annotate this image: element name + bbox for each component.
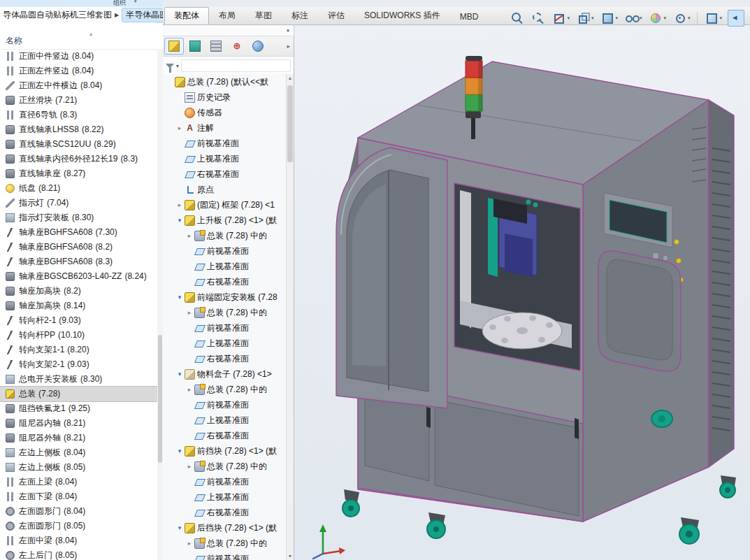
tree-item[interactable]: 上视基准面 (163, 151, 286, 166)
tree-item[interactable]: 右视基准面 (163, 166, 286, 182)
expand-arrow-icon[interactable]: ▸ (185, 309, 194, 316)
file-item[interactable]: 阻尼器内轴(8.21) (0, 416, 157, 431)
file-item[interactable]: 左边上侧板(8.04) (0, 445, 157, 460)
file-item[interactable]: 轴座加高块(8.14) (0, 299, 157, 313)
tree-item[interactable]: ▾前挡块 (7.28) <1> (默 (163, 443, 286, 459)
file-item[interactable]: 左面下梁(8.04) (0, 489, 157, 504)
tab-SOLIDWORKS 插件[interactable]: SOLIDWORKS 插件 (354, 7, 450, 24)
section-view-button[interactable]: ▾ (551, 10, 571, 27)
expand-arrow-icon[interactable]: ▸ (185, 463, 194, 470)
file-item[interactable]: 纸盘(8.21) (0, 181, 157, 196)
file-item[interactable]: 直线轴承SCS12UU(8.29) (0, 137, 157, 152)
tree-scrollbar-thumb[interactable] (287, 85, 293, 162)
file-item[interactable]: 转向支架1-1(8.20) (0, 343, 157, 357)
organize-caret-icon[interactable]: ▾ (134, 0, 137, 4)
dropdown-caret-icon[interactable]: ▾ (719, 15, 722, 21)
file-item[interactable]: 直径6导轨(8.3) (0, 108, 157, 122)
file-item[interactable]: 指示灯(7.04) (0, 196, 157, 210)
expand-arrow-icon[interactable]: ▸ (185, 232, 194, 239)
file-item[interactable]: 左面圆形门(8.04) (0, 504, 157, 519)
breadcrumb-parent[interactable]: 导体晶圆自动贴标机三维套图 (3, 9, 112, 21)
zoom-to-area-button[interactable] (530, 10, 547, 27)
tabs-overflow-icon[interactable]: ▸ (287, 43, 292, 50)
tree-item[interactable]: 历史记录 (163, 89, 286, 105)
file-item[interactable]: 轴承座BGHFSA608(8.3) (0, 254, 157, 269)
tree-item[interactable]: 前视基准面 (163, 320, 286, 336)
dropdown-caret-icon[interactable]: ▾ (640, 15, 642, 21)
dropdown-caret-icon[interactable]: ▾ (591, 15, 594, 21)
breadcrumb-arrow-icon[interactable]: ▶ (115, 12, 119, 18)
organize-menu[interactable]: 组织 (113, 0, 126, 7)
tree-item[interactable]: 前视基准面 (163, 397, 286, 412)
zoom-to-fit-button[interactable] (509, 10, 526, 27)
featuremanager-toggle-button[interactable] (728, 10, 744, 27)
view-settings-button[interactable]: ▾ (672, 10, 692, 27)
tree-item[interactable]: ▸总装 (7.28) 中的 (163, 228, 286, 243)
tree-item[interactable]: ▸(固定) 框架 (7.28) <1 (163, 197, 286, 213)
file-item[interactable]: 直线轴承LHSS8(8.22) (0, 122, 157, 137)
tab-标注[interactable]: 标注 (282, 7, 318, 24)
expand-arrow-icon[interactable]: ▸ (175, 124, 184, 131)
file-item[interactable]: 轴承座BGHFSA608(8.2) (0, 240, 157, 254)
tree-item[interactable]: ▸总装 (7.28) 中的 (163, 536, 286, 551)
tree-item[interactable]: 右视基准面 (163, 505, 286, 520)
dropdown-caret-icon[interactable]: ▾ (615, 15, 618, 21)
tab-MBD[interactable]: MBD (450, 9, 489, 24)
sort-arrow-icon[interactable]: ▴ (89, 31, 92, 37)
propertymanager-tab[interactable] (185, 38, 205, 55)
tree-item[interactable]: ▸总装 (7.28) 中的 (163, 382, 286, 397)
tree-item[interactable]: ▾上升板 (7.28) <1> (默 (163, 213, 286, 228)
expand-arrow-icon[interactable]: ▾ (175, 447, 184, 454)
expand-arrow-icon[interactable]: ▾ (175, 217, 184, 224)
expand-arrow-icon[interactable]: ▾ (175, 524, 184, 531)
display-style-button[interactable]: ▾ (599, 10, 619, 27)
displaymanager-tab[interactable] (248, 38, 268, 55)
tree-item[interactable]: 前视基准面 (163, 474, 286, 489)
file-item[interactable]: 正面左件竖边(8.04) (0, 64, 157, 78)
expand-arrow-icon[interactable]: ▸ (175, 201, 184, 208)
file-item[interactable]: 正丝滑块(7.21) (0, 93, 157, 108)
file-item[interactable]: 左面上梁(8.04) (0, 475, 157, 489)
file-item[interactable]: 轴承座BGHFSA608(7.30) (0, 225, 157, 240)
tab-草图[interactable]: 草图 (245, 7, 282, 24)
tree-item[interactable]: 右视基准面 (163, 428, 286, 443)
scroll-down-icon[interactable]: ▼ (287, 554, 294, 559)
file-item[interactable]: 阻挡铁氟龙1(9.25) (0, 401, 157, 416)
tree-item[interactable]: 总装 (7.28) (默认<<默 (163, 74, 286, 89)
tree-item[interactable]: 上视基准面 (163, 259, 286, 274)
file-item[interactable]: 轴座加高块(8.2) (0, 284, 157, 299)
configurationmanager-tab[interactable] (206, 38, 226, 55)
graphics-viewport[interactable] (294, 25, 750, 560)
tree-scrollbar[interactable]: ▲ ▼ (286, 74, 294, 560)
explorer-scrollbar[interactable] (157, 49, 163, 560)
tree-item[interactable]: 前视基准面 (163, 551, 286, 560)
tree-item[interactable]: ▸A注解 (163, 120, 286, 136)
dropdown-caret-icon[interactable]: ▾ (663, 15, 666, 21)
name-column-header[interactable]: 名称 (6, 35, 22, 47)
file-item[interactable]: 左面圆形门(8.05) (0, 519, 157, 533)
file-item[interactable]: 左面中梁(8.04) (0, 533, 157, 548)
file-item[interactable]: 左边上侧板(8.05) (0, 460, 157, 475)
tree-item[interactable]: 右视基准面 (163, 274, 286, 289)
tree-item[interactable]: 原点 (163, 182, 286, 197)
filter-caret-icon[interactable]: ▾ (176, 63, 179, 69)
expand-arrow-icon[interactable]: ▸ (185, 386, 194, 393)
file-item[interactable]: 转向杆PP(10.10) (0, 328, 157, 343)
display-pane-button[interactable]: ▾ (703, 10, 723, 27)
tree-item[interactable]: 前视基准面 (163, 243, 286, 259)
expand-arrow-icon[interactable]: ▾ (175, 371, 184, 378)
view-orientation-button[interactable]: ▾ (575, 10, 596, 27)
tree-item[interactable]: 前视基准面 (163, 136, 286, 151)
explorer-scrollbar-thumb[interactable] (158, 335, 162, 463)
tab-评估[interactable]: 评估 (318, 7, 354, 24)
filter-funnel-icon[interactable] (166, 64, 174, 69)
file-item[interactable]: 阻尼器外轴(8.21) (0, 431, 157, 445)
file-item[interactable]: 直线轴承内径6外径12长19(8.3) (0, 152, 157, 166)
file-item[interactable]: 轴承座BGSCB6203-L40-ZZ(8.24) (0, 269, 157, 284)
hide-show-items-button[interactable]: ▾ (623, 10, 644, 27)
dropdown-caret-icon[interactable]: ▾ (688, 15, 691, 21)
file-item[interactable]: 转向杆2-1(9.03) (0, 313, 157, 328)
file-item[interactable]: 总电开关安装板(8.30) (0, 372, 157, 387)
file-item[interactable]: 左上后门(8.05) (0, 548, 157, 560)
file-item[interactable]: 正面左中件横边(8.04) (0, 78, 157, 93)
